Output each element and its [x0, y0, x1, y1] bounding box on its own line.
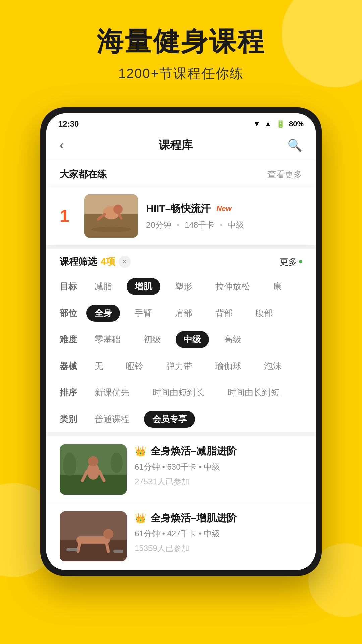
- more-label: 更多: [280, 256, 297, 268]
- tag-time-desc[interactable]: 时间由长到短: [219, 384, 288, 401]
- tag-abs[interactable]: 腹部: [247, 305, 281, 322]
- course-thumb-image: [84, 194, 138, 238]
- filter-more-button[interactable]: 更多: [280, 256, 302, 268]
- hero-subtitle: 1200+节课程任你练: [0, 64, 362, 83]
- tag-resistance[interactable]: 弹力带: [158, 358, 200, 375]
- course-list-item-2[interactable]: 👑 全身焕活–增肌进阶 61分钟 • 427千卡 • 中级 15359人已参加: [46, 503, 316, 570]
- filter-category-class: 类别: [60, 413, 86, 425]
- tag-shoulders[interactable]: 肩部: [167, 305, 200, 322]
- tag-stretch[interactable]: 拉伸放松: [207, 278, 258, 295]
- tag-muscle[interactable]: 增肌: [127, 278, 160, 295]
- filter-section: 课程筛选 4项 ✕ 更多 目标 减脂: [46, 249, 316, 432]
- list-course-name-2: 全身焕活–增肌进阶: [150, 511, 237, 525]
- phone-frame: 12:30 ▼ ▲ 🔋 80% ‹ 课程库 🔍 大家都在练 查看更: [40, 107, 322, 576]
- filter-row-equipment: 器械 无 哑铃 弹力带 瑜伽球 泡沫: [46, 353, 316, 379]
- status-icons: ▼ ▲ 🔋 80%: [253, 120, 304, 128]
- nav-title: 课程库: [159, 138, 193, 153]
- svg-line-19: [78, 544, 80, 551]
- status-bar: 12:30 ▼ ▲ 🔋 80%: [46, 113, 316, 132]
- battery-percent: 80%: [289, 120, 304, 128]
- filter-row-target: 目标 减脂 增肌 塑形 拉伸放松 康: [46, 273, 316, 300]
- svg-point-18: [103, 529, 113, 539]
- duration-2: 61分钟: [135, 529, 160, 538]
- thumb-img-fullbody-fat: [60, 444, 127, 495]
- tag-dumbbell[interactable]: 哑铃: [118, 358, 152, 375]
- tag-time-asc[interactable]: 时间由短到长: [144, 384, 213, 401]
- course-name: HIIT–畅快流汗: [146, 202, 211, 216]
- filter-category-target: 目标: [60, 281, 86, 292]
- dot-2: •: [220, 220, 222, 230]
- dot-3: •: [162, 462, 167, 471]
- list-course-meta-2: 61分钟 • 427千卡 • 中级: [135, 528, 302, 539]
- new-badge: New: [216, 204, 231, 213]
- tag-beginner[interactable]: 零基础: [86, 331, 129, 348]
- dot-5: •: [162, 529, 167, 538]
- tag-full-body[interactable]: 全身: [86, 305, 120, 322]
- more-dot-indicator: [299, 260, 302, 263]
- status-time: 12:30: [58, 119, 79, 129]
- battery-icon: 🔋: [276, 120, 285, 128]
- tag-arms[interactable]: 手臂: [127, 305, 160, 322]
- signal-icon: ▲: [264, 120, 272, 128]
- tag-vip[interactable]: 会员专享: [144, 411, 195, 428]
- tag-fat-loss[interactable]: 减脂: [86, 278, 120, 295]
- svg-rect-22: [113, 550, 123, 553]
- dot-1: •: [177, 220, 179, 230]
- course-thumbnail: [84, 194, 138, 238]
- duration-1: 61分钟: [135, 462, 160, 471]
- crown-icon-1: 👑: [135, 446, 146, 457]
- tag-new-first[interactable]: 新课优先: [86, 384, 137, 401]
- participants-2: 15359人已参加: [135, 543, 302, 554]
- participants-1: 27531人已参加: [135, 476, 302, 487]
- filter-tags-category: 普通课程 会员专享: [86, 411, 195, 428]
- svg-rect-21: [66, 548, 78, 551]
- filter-row-category: 类别 普通课程 会员专享: [46, 406, 316, 432]
- list-course-info-2: 👑 全身焕活–增肌进阶 61分钟 • 427千卡 • 中级 15359人已参加: [135, 511, 302, 554]
- svg-point-10: [111, 453, 123, 473]
- tag-elementary[interactable]: 初级: [135, 331, 169, 348]
- filter-row-difficulty: 难度 零基础 初级 中级 高级: [46, 326, 316, 353]
- hero-title: 海量健身课程: [0, 27, 362, 56]
- filter-tags-equipment: 无 哑铃 弹力带 瑜伽球 泡沫: [86, 358, 290, 375]
- back-button[interactable]: ‹: [60, 138, 64, 152]
- filter-row-sort: 排序 新课优先 时间由短到长 时间由长到短: [46, 379, 316, 406]
- level-2: 中级: [204, 529, 220, 538]
- nav-bar: ‹ 课程库 🔍: [46, 132, 316, 160]
- list-course-meta-1: 61分钟 • 630千卡 • 中级: [135, 462, 302, 472]
- level-1: 中级: [204, 462, 220, 471]
- svg-point-2: [91, 227, 131, 232]
- workout-image-svg: [84, 194, 138, 238]
- tag-intermediate[interactable]: 中级: [176, 331, 209, 348]
- filter-count: 4项: [101, 255, 115, 268]
- calories-2: 427千卡: [167, 529, 196, 538]
- course-info: HIIT–畅快流汗 New 20分钟 • 148千卡 • 中级: [146, 202, 302, 230]
- content-area: 大家都在练 查看更多 1: [46, 160, 316, 570]
- thumb-img-fullbody-muscle: [60, 511, 127, 561]
- tag-rehab[interactable]: 康: [265, 278, 290, 295]
- svg-line-20: [107, 544, 108, 551]
- tag-foam[interactable]: 泡沫: [256, 358, 290, 375]
- tag-back[interactable]: 背部: [207, 305, 241, 322]
- view-more-link[interactable]: 查看更多: [267, 169, 302, 180]
- tag-normal[interactable]: 普通课程: [86, 411, 137, 428]
- tag-yoga-ball[interactable]: 瑜伽球: [207, 358, 249, 375]
- course-name-row: HIIT–畅快流汗 New: [146, 202, 302, 216]
- filter-clear-button[interactable]: ✕: [119, 256, 131, 268]
- list-course-name-1: 全身焕活–减脂进阶: [150, 444, 237, 458]
- tag-advanced[interactable]: 高级: [216, 331, 249, 348]
- list-thumb-1: [60, 444, 127, 495]
- phone-screen: 12:30 ▼ ▲ 🔋 80% ‹ 课程库 🔍 大家都在练 查看更: [46, 113, 316, 570]
- calories-1: 630千卡: [167, 462, 196, 471]
- filter-category-sort: 排序: [60, 387, 86, 398]
- filter-tags-sort: 新课优先 时间由短到长 时间由长到短: [86, 384, 288, 401]
- list-course-info-1: 👑 全身焕活–减脂进阶 61分钟 • 630千卡 • 中级 27531人已参加: [135, 444, 302, 487]
- search-button[interactable]: 🔍: [287, 138, 302, 152]
- tag-shape[interactable]: 塑形: [167, 278, 200, 295]
- featured-course-card[interactable]: 1: [46, 187, 316, 245]
- filter-row-body: 部位 全身 手臂 肩部 背部 腹部: [46, 300, 316, 326]
- tag-no-equip[interactable]: 无: [86, 358, 111, 375]
- dot-6: •: [199, 529, 204, 538]
- filter-tags-body: 全身 手臂 肩部 背部 腹部: [86, 305, 281, 322]
- course-list-item-1[interactable]: 👑 全身焕活–减脂进阶 61分钟 • 630千卡 • 中级 27531人已参加: [46, 436, 316, 503]
- course-list: 👑 全身焕活–减脂进阶 61分钟 • 630千卡 • 中级 27531人已参加: [46, 436, 316, 570]
